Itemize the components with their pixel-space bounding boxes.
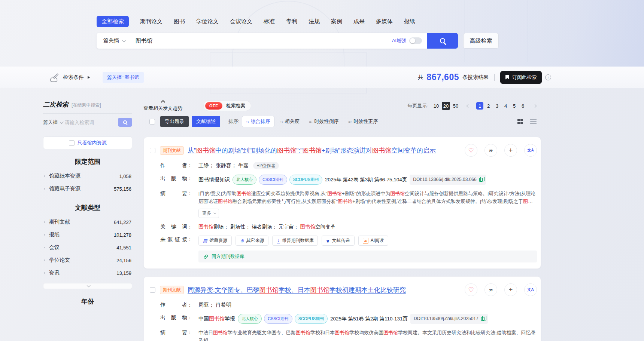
page-number[interactable]: 6 [519,102,526,110]
sort-option[interactable]: 相关度 [276,116,304,127]
doi-chip[interactable]: DOI:10.13530/j.cnki.jlis.2025017 [410,314,488,324]
result-checkbox[interactable] [150,148,155,153]
prev-page-button[interactable] [464,102,472,110]
secondary-search-input[interactable] [65,120,116,125]
copy-icon[interactable] [479,178,483,182]
filter-item-count: 24,156 [116,258,131,263]
search-type-tab[interactable]: 多媒体 [376,16,393,27]
source-button[interactable]: 馆藏资源 [198,236,232,246]
abstract-more-button[interactable]: 更多 [198,209,219,218]
doi-text: DOI:10.13366/j.dik.2025.03.066 [413,176,476,184]
search-type-tab[interactable]: 专利 [286,16,297,27]
author-value: 周亚； 肖希明 [198,301,537,309]
translate-icon[interactable]: 文A [524,283,537,296]
mirror-database-link[interactable]: 同方期刊数据库 [212,254,244,260]
next-page-button[interactable] [531,102,539,110]
page-number[interactable]: 5 [511,102,518,110]
author-names[interactable]: 王铮； 张静容； 牛嘉 [198,162,249,168]
source-button[interactable]: AI阅读 [358,236,388,246]
search-type-tab[interactable]: 成果 [353,16,365,27]
per-page-option[interactable]: 50 [452,102,460,110]
search-type-tab[interactable]: 案例 [331,16,342,27]
list-view-icon[interactable] [530,119,537,124]
favorite-icon[interactable]: ♡ [465,144,477,157]
more-authors-pill[interactable]: +2位作者 [253,162,279,169]
author-label: 作者： [160,301,192,309]
filter-item[interactable]: 馆藏电子资源 575,156 [43,182,132,195]
literature-review-button[interactable]: 文献综述 [192,116,220,127]
sort-option[interactable]: 综合排序 [242,116,274,127]
result-actions: ♡ ” + 文A [465,283,537,296]
grid-view-icon[interactable] [517,119,523,124]
filter-item[interactable]: 学位论文 24,156 [43,254,132,267]
journal-name[interactable]: 图书情报知识 [198,176,230,184]
result-title-link[interactable]: 从"图书馆中的剧场"到"剧场化的图书馆":"图书馆+剧场"形态演进对图书馆空间变… [188,146,459,155]
page-number[interactable]: 1 [476,102,483,110]
trend-toggle[interactable]: 查看相关发文趋势 [143,100,182,112]
filter-item-count: 575,156 [114,186,131,192]
ai-enhance-toggle[interactable] [409,37,422,44]
search-type-tab[interactable]: 法规 [309,16,320,27]
favorite-icon[interactable]: ♡ [465,283,477,296]
per-page-option[interactable]: 10 [432,102,440,110]
search-type-tab[interactable]: 全部检索 [97,16,129,27]
source-button[interactable]: 维普期刊数据库 [272,236,318,246]
filter-item[interactable]: 报纸 101,278 [43,228,132,241]
search-field-selector[interactable]: 篇关摘 [97,37,130,44]
search-input[interactable] [130,38,392,44]
archive-off-toggle[interactable]: OFF [205,102,222,110]
journal-name[interactable]: 中国图书馆学报 [198,315,235,323]
add-to-list-icon[interactable]: + [504,144,517,157]
expand-more-button[interactable] [43,283,132,289]
condition-right: 共 867,605 条搜索结果 订阅此检索 i [418,71,551,84]
search-type-tab[interactable]: 期刊论文 [140,16,162,27]
sort-option[interactable]: 时效性正序 [344,116,382,127]
condition-tag[interactable]: 篇关摘=图书馆 [103,72,144,83]
journal-tag: SCOPUS期刊 [295,314,328,324]
subscribe-search-button[interactable]: 订阅此检索 [500,71,542,84]
result-title-link[interactable]: 同源异变:文华图专、巴黎图书馆学校、日本图书馆学校初建期本土化比较研究 [188,286,459,294]
page-number[interactable]: 4 [502,102,509,110]
per-page-option[interactable]: 20 [442,102,450,110]
search-icon [440,38,445,43]
search-type-tab[interactable]: 标准 [264,16,275,27]
filter-item[interactable]: 馆藏纸本资源 1,058 [43,170,132,182]
only-library-checkbox[interactable] [69,140,75,146]
translate-icon[interactable]: 文A [524,144,537,157]
source-button[interactable]: 其它来源 [236,236,268,246]
cite-icon[interactable]: ” [484,144,497,157]
search-button[interactable] [427,33,458,49]
select-all-checkbox[interactable] [149,119,155,125]
info-icon[interactable]: i [545,74,551,80]
search-type-tab[interactable]: 图书 [174,16,185,27]
filter-sections: 限定范围 馆藏纸本资源 1,058 馆藏电子资源 575,156 [43,157,132,279]
publication-row: 出版物： 图书情报知识 北大核心 CSSCI期刊 SCOPUS期刊 [150,175,537,185]
doi-chip[interactable]: DOI:10.13366/j.dik.2025.03.066 [410,175,486,185]
total-suffix: 条搜索结果 [462,74,489,81]
filter-item[interactable]: 期刊文献 641,227 [43,216,132,228]
only-library-checkbox-row[interactable]: 只看馆内资源 [43,136,132,149]
copy-icon[interactable] [481,317,484,321]
export-button[interactable]: 导出题录 [160,116,189,127]
advanced-search-button[interactable]: 高级检索 [463,33,499,49]
page-number[interactable]: 2 [485,102,492,110]
filter-item[interactable]: 会议 41,551 [43,241,132,254]
cite-icon[interactable]: ” [484,283,497,296]
sort-option[interactable]: 时效性倒序 [305,116,343,127]
search-type-tab[interactable]: 学位论文 [196,16,219,27]
filter-item[interactable]: 资讯 13,159 [43,267,132,279]
search-type-tab[interactable]: 会议论文 [230,16,252,27]
bullet-icon [44,221,45,223]
page-number[interactable]: 3 [493,102,501,110]
source-button[interactable]: 文献传递 [322,236,354,246]
secondary-search-button[interactable] [118,118,132,127]
secondary-field-selector[interactable]: 篇关摘 [43,119,63,126]
author-names[interactable]: 周亚； 肖希明 [198,302,231,308]
keywords-value[interactable]: 图书馆剧场； 剧场性； 读者剧场； 元宇宙； 图书馆空间变革 [198,223,537,231]
search-type-tab[interactable]: 报纸 [404,16,415,27]
result-checkbox[interactable] [150,287,155,293]
archive-toggle-group[interactable]: OFF 检索档案 [203,101,251,111]
triangle-right-icon[interactable] [88,76,90,79]
filter-items: 馆藏纸本资源 1,058 馆藏电子资源 575,156 [43,170,132,195]
add-to-list-icon[interactable]: + [504,283,517,296]
